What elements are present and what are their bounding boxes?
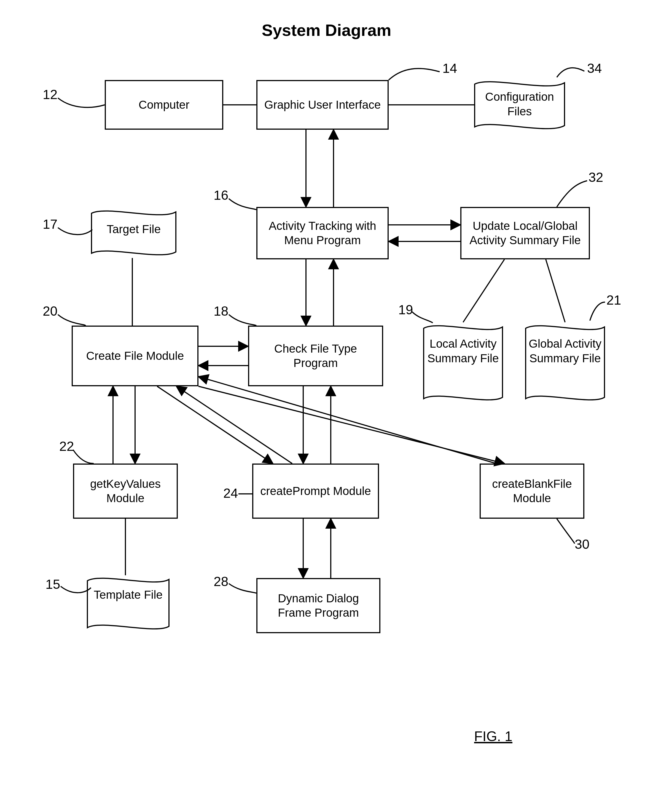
connectors bbox=[0, 0, 653, 812]
svg-line-18 bbox=[157, 386, 273, 464]
svg-line-19 bbox=[177, 386, 292, 464]
svg-line-7 bbox=[546, 259, 565, 322]
figure-label: FIG. 1 bbox=[474, 728, 512, 745]
svg-line-6 bbox=[463, 259, 504, 322]
svg-line-21 bbox=[198, 386, 504, 464]
diagram-canvas: System Diagram Computer Graphic User Int… bbox=[0, 0, 653, 812]
